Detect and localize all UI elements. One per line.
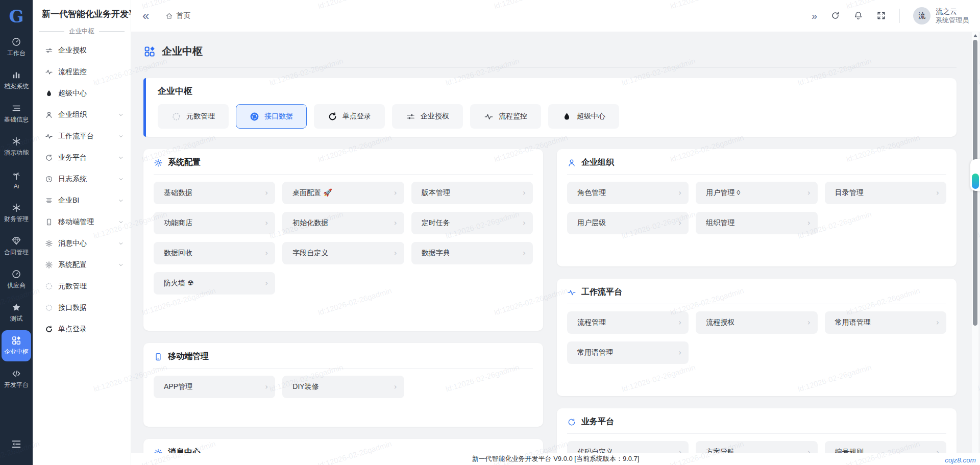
menu-item-process-monitor[interactable]: 流程监控 <box>33 61 131 83</box>
rail-item-ai[interactable]: Ai <box>2 164 31 195</box>
fullscreen-icon[interactable] <box>876 11 886 20</box>
clock-icon <box>45 175 53 183</box>
hero-button-super-center[interactable]: 超级中心 <box>548 104 619 129</box>
refresh-icon[interactable] <box>830 11 840 20</box>
card-item[interactable]: 编号规则› <box>825 441 946 453</box>
card-item[interactable]: 功能商店› <box>154 212 275 234</box>
card-item[interactable]: 桌面配置 🚀› <box>282 182 404 204</box>
right-column: 企业组织角色管理›用户管理 ◊›目录管理›用户层级›组织管理›工作流平台流程管理… <box>557 149 957 453</box>
site-watermark: cojz8.com <box>945 456 976 464</box>
chevron-right-icon: › <box>265 218 268 228</box>
menu-item-enterprise-org[interactable]: 企业组织 <box>33 104 131 126</box>
card-item-label: 流程管理 <box>577 318 606 327</box>
orbit-icon <box>567 418 576 427</box>
card-item[interactable]: 代码自定义› <box>567 441 689 453</box>
rail-item-workbench[interactable]: 工作台 <box>2 32 31 63</box>
chevron-right-icon: › <box>678 218 681 228</box>
hero-button-enterprise-auth[interactable]: 企业授权 <box>392 104 463 129</box>
card-item-label: 基础数据 <box>164 188 192 198</box>
hero-button-interface-data[interactable]: 接口数据 <box>236 104 307 129</box>
rail-item-dev-platform[interactable]: 开发平台 <box>2 363 31 395</box>
card-item[interactable]: 基础数据› <box>154 182 275 204</box>
card-item[interactable]: 用户层级› <box>567 212 689 234</box>
menu-item-message-center[interactable]: 消息中心 <box>33 233 131 254</box>
sidebar-collapse-icon[interactable]: « <box>142 10 149 22</box>
card-title-label: 工作流平台 <box>581 287 622 298</box>
card-item-label: 流程授权 <box>706 318 734 327</box>
gem-icon <box>11 236 21 246</box>
menu-item-enterprise-bi[interactable]: 企业BI <box>33 190 131 211</box>
rail-items: 工作台档案系统基础信息演示功能Ai财务管理合同管理供应商测试企业中枢开发平台 <box>0 31 33 396</box>
card-item[interactable]: 数据字典› <box>411 242 533 264</box>
card-item[interactable]: 流程管理› <box>567 311 689 334</box>
menu-item-super-center[interactable]: 超级中心 <box>33 83 131 104</box>
collapse-menu-icon[interactable] <box>11 438 22 450</box>
hero-button-label: 企业授权 <box>421 112 449 121</box>
scroll-up-arrow[interactable] <box>973 34 977 37</box>
card-item[interactable]: 常用语管理› <box>567 341 689 364</box>
card-item[interactable]: 定时任务› <box>411 212 533 234</box>
card-item[interactable]: 初始化数据› <box>282 212 404 234</box>
rail-item-demo-features[interactable]: 演示功能 <box>2 131 31 162</box>
gear-icon <box>45 239 53 248</box>
menu-item-sso[interactable]: 单点登录 <box>33 319 131 340</box>
chevron-right-icon: › <box>523 188 526 198</box>
chevron-right-icon: › <box>265 249 268 258</box>
card-item[interactable]: 角色管理› <box>567 182 689 204</box>
rail-item-enterprise-hub[interactable]: 企业中枢 <box>2 330 31 361</box>
phone-icon <box>154 352 163 361</box>
hero-button-meta-management[interactable]: 元数管理 <box>158 104 229 129</box>
rail-item-archive-system[interactable]: 档案系统 <box>2 65 31 96</box>
menu-item-workflow-platform[interactable]: 工作流平台 <box>33 126 131 147</box>
card-item[interactable]: 方案导航› <box>696 441 817 453</box>
chevron-right-icon: › <box>678 318 681 327</box>
card-item[interactable]: 用户管理 ◊› <box>696 182 817 204</box>
menu-item-label: 超级中心 <box>58 89 87 98</box>
menu-item-business-platform[interactable]: 业务平台 <box>33 147 131 168</box>
menu-item-system-config[interactable]: 系统配置 <box>33 254 131 276</box>
card-item-label: 用户管理 ◊ <box>706 188 740 198</box>
primary-rail: G 工作台档案系统基础信息演示功能Ai财务管理合同管理供应商测试企业中枢开发平台 <box>0 0 33 465</box>
menu-item-interface-data[interactable]: 接口数据 <box>33 297 131 319</box>
card-item[interactable]: APP管理› <box>154 376 275 398</box>
chevron-right-icon: › <box>523 218 526 228</box>
dotted-circle-icon <box>45 282 53 290</box>
card-item[interactable]: 防火墙 ☢› <box>154 272 275 295</box>
menu-item-label: 消息中心 <box>58 239 87 248</box>
card-item[interactable]: 字段自定义› <box>282 242 404 264</box>
grid-diamond-icon <box>11 335 21 346</box>
app-logo[interactable]: G <box>6 6 27 27</box>
pulse-icon <box>484 112 494 121</box>
hero-button-process-monitor[interactable]: 流程监控 <box>470 104 541 129</box>
card-item[interactable]: 版本管理› <box>411 182 533 204</box>
chevron-double-right-icon[interactable]: » <box>812 11 817 21</box>
user-menu[interactable]: 流 流之云 系统管理员 <box>913 7 969 25</box>
card-item[interactable]: 常用语管理› <box>825 311 946 334</box>
menu-item-log-system[interactable]: 日志系统 <box>33 168 131 190</box>
rail-item-contract[interactable]: 合同管理 <box>2 231 31 262</box>
card-workflow-platform: 工作流平台流程管理›流程授权›常用语管理›常用语管理› <box>557 279 957 396</box>
rail-item-label: Ai <box>14 183 19 190</box>
card-title-label: 系统配置 <box>168 157 201 168</box>
rail-item-test[interactable]: 测试 <box>2 297 31 328</box>
card-items: APP管理›DIY装修› <box>154 376 533 398</box>
page-content: 企业中枢 企业中枢 元数管理接口数据单点登录企业授权流程监控超级中心 系统配置基… <box>131 32 980 453</box>
hero-button-sso[interactable]: 单点登录 <box>314 104 385 129</box>
floating-helper-button[interactable] <box>970 159 980 191</box>
card-item[interactable]: 目录管理› <box>825 182 946 204</box>
bell-icon[interactable] <box>853 11 863 20</box>
breadcrumb-tab-home[interactable]: 首页 <box>165 11 190 20</box>
chevron-right-icon: › <box>807 318 811 327</box>
menu-item-meta-management[interactable]: 元数管理 <box>33 276 131 297</box>
rail-item-supplier[interactable]: 供应商 <box>2 264 31 295</box>
card-item-label: 编号规则 <box>835 448 864 453</box>
card-item[interactable]: DIY装修› <box>282 376 404 398</box>
rail-item-finance[interactable]: 财务管理 <box>2 198 31 229</box>
menu-item-mobile-management[interactable]: 移动端管理 <box>33 211 131 233</box>
rail-item-basic-info[interactable]: 基础信息 <box>2 98 31 129</box>
card-item[interactable]: 流程授权› <box>696 311 817 334</box>
menu-item-enterprise-auth[interactable]: 企业授权 <box>33 40 131 61</box>
card-item[interactable]: 数据回收› <box>154 242 275 264</box>
avatar: 流 <box>913 7 930 25</box>
card-item[interactable]: 组织管理› <box>696 212 817 234</box>
